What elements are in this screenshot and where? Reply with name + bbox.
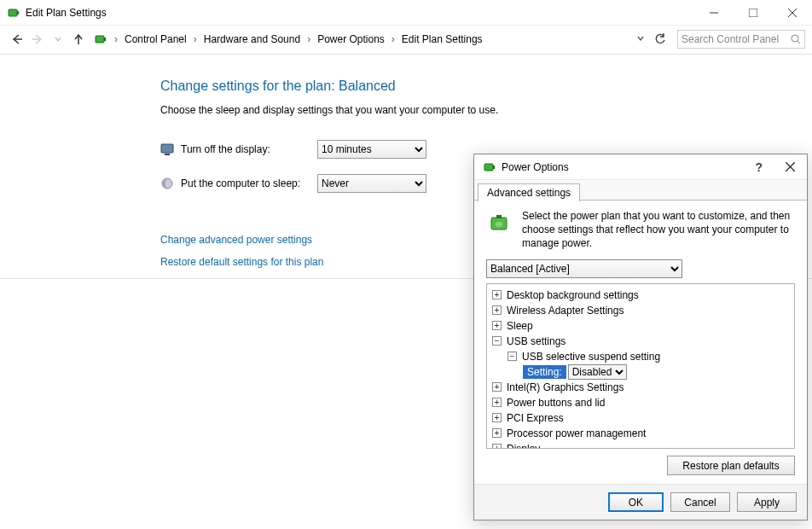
battery-icon	[94, 32, 107, 46]
page-heading: Change settings for the plan: Balanced	[160, 78, 778, 94]
window-titlebar: Edit Plan Settings	[0, 0, 812, 26]
window-title: Edit Plan Settings	[26, 7, 107, 19]
expand-icon[interactable]: +	[492, 398, 502, 407]
collapse-icon[interactable]: −	[492, 336, 502, 346]
svg-point-11	[792, 35, 798, 42]
dialog-description: Select the power plan that you want to c…	[522, 209, 795, 251]
search-placeholder: Search Control Panel	[682, 33, 791, 45]
svg-rect-17	[493, 166, 495, 169]
page-subtext: Choose the sleep and display settings th…	[160, 104, 778, 116]
apply-button[interactable]: Apply	[737, 492, 797, 512]
svg-point-22	[496, 222, 502, 227]
svg-rect-9	[96, 36, 104, 43]
expand-icon[interactable]: +	[492, 290, 502, 299]
breadcrumb-item[interactable]: Hardware and Sound	[200, 32, 304, 47]
display-icon	[160, 142, 174, 156]
usb-suspend-select[interactable]: Disabled	[568, 364, 627, 380]
search-input[interactable]: Search Control Panel	[677, 30, 805, 49]
expand-icon[interactable]: +	[492, 413, 502, 422]
dialog-body: Select the power plan that you want to c…	[474, 201, 807, 484]
svg-rect-1	[17, 11, 19, 15]
tree-scroll[interactable]: +Desktop background settings +Wireless A…	[487, 284, 794, 448]
tree-item[interactable]: +Power buttons and lid	[492, 395, 792, 410]
nav-row: › Control Panel › Hardware and Sound › P…	[0, 26, 812, 53]
breadcrumb: › Control Panel › Hardware and Sound › P…	[111, 32, 635, 47]
search-icon	[791, 34, 801, 44]
chevron-right-icon[interactable]: ›	[111, 33, 121, 45]
tree-setting-row: Setting: Disabled	[523, 364, 792, 380]
nav-up[interactable]	[70, 31, 87, 48]
breadcrumb-dropdown[interactable]	[635, 32, 647, 47]
breadcrumb-item[interactable]: Power Options	[314, 32, 388, 47]
plan-select[interactable]: Balanced [Active]	[486, 259, 682, 278]
setting-label: Setting:	[523, 365, 566, 379]
breadcrumb-item[interactable]: Edit Plan Settings	[398, 32, 486, 47]
expand-icon[interactable]: +	[492, 382, 502, 392]
moon-icon	[160, 177, 174, 190]
nav-recent-dropdown[interactable]	[49, 31, 67, 48]
chevron-right-icon[interactable]: ›	[388, 33, 398, 45]
tree-item[interactable]: +Sleep	[492, 318, 792, 334]
tree-item[interactable]: +PCI Express	[492, 410, 792, 426]
svg-rect-0	[9, 9, 17, 16]
display-label: Turn off the display:	[181, 143, 317, 155]
dialog-close-button[interactable]	[778, 155, 802, 179]
tree-item-usb[interactable]: −USB settings	[492, 334, 792, 349]
sleep-label: Put the computer to sleep:	[181, 177, 317, 189]
dialog-footer: OK Cancel Apply	[474, 484, 807, 520]
cancel-button[interactable]: Cancel	[670, 492, 730, 512]
tab-advanced-settings[interactable]: Advanced settings	[478, 183, 580, 202]
svg-rect-21	[496, 215, 502, 218]
sleep-select[interactable]: Never	[317, 174, 426, 193]
tree-item[interactable]: +Wireless Adapter Settings	[492, 303, 792, 318]
settings-tree: +Desktop background settings +Wireless A…	[486, 283, 795, 449]
maximize-button[interactable]	[734, 0, 773, 26]
nav-forward[interactable]	[29, 31, 46, 48]
svg-rect-16	[484, 164, 493, 171]
expand-icon[interactable]: +	[492, 305, 502, 315]
ok-button[interactable]: OK	[608, 492, 664, 512]
tree-item[interactable]: +Desktop background settings	[492, 288, 792, 303]
display-select[interactable]: 10 minutes	[317, 140, 426, 159]
battery-large-icon	[486, 209, 513, 236]
svg-line-12	[798, 41, 800, 44]
dialog-titlebar: Power Options ?	[474, 154, 807, 180]
svg-rect-3	[749, 9, 757, 17]
dialog-title: Power Options	[502, 161, 569, 173]
chevron-right-icon[interactable]: ›	[304, 33, 314, 45]
expand-icon[interactable]: +	[492, 428, 502, 438]
tabstrip: Advanced settings	[474, 180, 807, 201]
tree-item-usb-suspend[interactable]: −USB selective suspend setting	[508, 349, 792, 364]
power-options-dialog: Power Options ? Advanced settings Select…	[473, 154, 808, 520]
battery-icon	[483, 160, 496, 174]
restore-plan-defaults-button[interactable]: Restore plan defaults	[667, 456, 795, 475]
svg-rect-13	[161, 144, 173, 153]
svg-rect-14	[165, 154, 170, 155]
svg-rect-10	[104, 38, 106, 41]
refresh-button[interactable]	[652, 31, 669, 48]
expand-icon[interactable]: +	[492, 444, 502, 448]
minimize-button[interactable]	[694, 0, 734, 26]
chevron-right-icon[interactable]: ›	[190, 33, 200, 45]
expand-icon[interactable]: +	[492, 321, 502, 330]
collapse-icon[interactable]: −	[508, 352, 517, 361]
tree-item[interactable]: +Processor power management	[492, 426, 792, 441]
breadcrumb-item[interactable]: Control Panel	[121, 32, 190, 47]
close-button[interactable]	[773, 0, 812, 26]
tree-item[interactable]: +Intel(R) Graphics Settings	[492, 380, 792, 395]
battery-icon	[7, 6, 20, 20]
help-button[interactable]: ?	[750, 160, 768, 174]
nav-back[interactable]	[9, 31, 26, 48]
tree-item[interactable]: +Display	[492, 441, 792, 448]
